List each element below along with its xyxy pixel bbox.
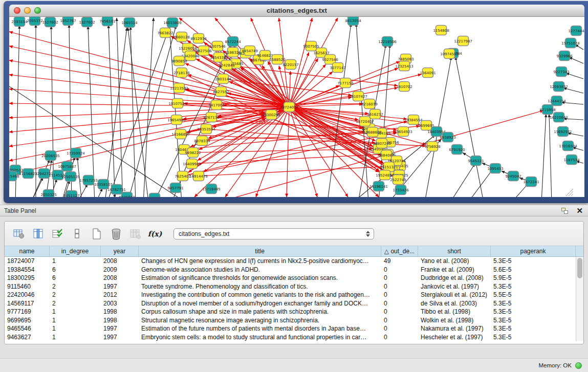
table-row[interactable]: 2242004622012Investigating the contribut… <box>5 291 583 299</box>
network-node[interactable]: 10975887 <box>58 162 76 171</box>
network-node[interactable]: 1095453 <box>487 164 503 173</box>
network-node[interactable]: 20206535 <box>41 151 60 161</box>
network-node[interactable]: 13166857 <box>171 129 190 139</box>
table-row[interactable]: 1938455462009Genome-wide association stu… <box>5 266 583 274</box>
network-node[interactable]: 7456101 <box>99 17 115 26</box>
network-node[interactable]: 1327602 <box>79 17 95 27</box>
network-node[interactable]: 9329966 <box>556 51 573 61</box>
network-node[interactable]: 15196141 <box>369 182 388 191</box>
column-header-short[interactable]: short <box>418 246 491 256</box>
new-document-icon[interactable] <box>90 227 103 240</box>
network-node[interactable]: 8572244 <box>225 37 241 47</box>
close-panel-icon[interactable]: ✕ <box>576 207 583 214</box>
network-node[interactable]: 3077147 <box>330 63 345 73</box>
network-node[interactable]: 16033809 <box>163 18 182 28</box>
network-node[interactable]: 3216079 <box>361 99 377 109</box>
network-node[interactable]: 17359924 <box>67 148 85 158</box>
network-node[interactable]: 8267130 <box>203 113 219 122</box>
network-node[interactable]: 2055372 <box>27 17 42 26</box>
network-node[interactable]: 12218506 <box>378 37 397 47</box>
network-canvas[interactable]: 2393154205537215276021052767132760274561… <box>9 17 584 197</box>
column-header-title[interactable]: title <box>139 246 381 256</box>
network-node[interactable]: 9227343 <box>553 67 569 77</box>
table-row[interactable]: 946362711997Embryonic stem cells: a mode… <box>5 333 583 342</box>
network-node[interactable]: 9498222 <box>185 148 201 158</box>
network-node[interactable]: 1187534 <box>563 155 580 165</box>
network-node[interactable]: 1672241 <box>523 177 539 187</box>
network-node[interactable]: 2393154 <box>11 17 28 27</box>
network-node[interactable]: 7625402 <box>175 171 190 181</box>
network-node[interactable]: 17016504 <box>559 141 577 151</box>
network-node[interactable]: 2050325 <box>40 190 56 198</box>
network-node[interactable]: 9245042 <box>505 171 521 181</box>
network-node[interactable]: 7663822 <box>157 28 173 38</box>
network-node[interactable]: 1307546 <box>209 41 226 51</box>
network-node[interactable]: 8878334 <box>194 136 210 146</box>
row-select-checks-icon[interactable] <box>51 227 64 240</box>
float-panel-icon[interactable] <box>561 208 568 214</box>
table-select-dropdown[interactable]: citations_edges.txt <box>173 228 374 239</box>
network-node[interactable]: 8938923 <box>440 133 455 142</box>
table-row[interactable]: 977716911998Corpus callosum shape and si… <box>5 308 583 316</box>
network-node[interactable]: 1154808 <box>433 26 449 35</box>
column-header-in_degree[interactable]: in_degree <box>50 246 101 256</box>
function-builder-icon[interactable]: f(x) <box>148 227 162 240</box>
network-node[interactable]: 9890858 <box>171 56 187 66</box>
network-node[interactable]: 8427552 <box>213 87 229 97</box>
network-node[interactable]: 15692971 <box>554 127 572 137</box>
network-node[interactable]: 7177156 <box>337 78 354 88</box>
table-row[interactable]: 969969511998Structural magnetic resonanc… <box>5 316 583 325</box>
network-node[interactable]: 2718176 <box>173 68 190 78</box>
table-row[interactable]: 1456911722003Disruption of a novel membe… <box>5 299 583 308</box>
network-node[interactable]: 8454749 <box>242 46 257 56</box>
network-node[interactable]: 2522748 <box>390 175 406 185</box>
table-vertical-scrollbar[interactable] <box>576 257 583 341</box>
network-node[interactable]: 8215958 <box>539 105 555 115</box>
table-row[interactable]: 1830029562008Estimation of significance … <box>5 274 583 282</box>
network-node[interactable]: 1810702 <box>396 82 412 92</box>
svg-text:16409949: 16409949 <box>183 162 201 166</box>
network-node[interactable]: 1069314 <box>121 18 138 28</box>
network-node[interactable]: 9457791 <box>167 183 183 193</box>
trash-icon[interactable] <box>109 227 123 240</box>
rows-icon[interactable] <box>70 227 84 240</box>
network-node[interactable]: 15718485 <box>202 184 221 194</box>
svg-text:16782751: 16782751 <box>107 188 126 192</box>
network-node[interactable]: 12444154 <box>548 96 566 106</box>
network-node[interactable]: 1733426 <box>393 185 409 195</box>
close-window-button[interactable] <box>14 7 20 14</box>
network-node[interactable]: 8813054 <box>345 17 361 26</box>
minimize-window-button[interactable] <box>24 7 31 14</box>
table-row[interactable]: 911546021997Tourette syndrome. Phenomeno… <box>5 282 583 291</box>
column-header-name[interactable]: name <box>5 246 50 256</box>
network-node[interactable]: 9756928 <box>424 142 440 151</box>
network-node[interactable]: 1550501 <box>146 193 162 198</box>
network-node[interactable]: 1277444 <box>568 26 584 36</box>
network-node[interactable]: 8912934 <box>190 34 207 43</box>
network-node[interactable]: 16914479 <box>189 171 208 181</box>
network-node[interactable]: 8220157 <box>282 60 298 70</box>
network-node[interactable]: 9242848 <box>219 60 234 70</box>
network-node[interactable]: 9417004 <box>208 100 225 110</box>
network-node[interactable]: 1527602 <box>42 17 58 27</box>
column-header-pagerank[interactable]: pagerank <box>491 246 576 256</box>
network-node[interactable]: 12217987 <box>454 36 472 46</box>
network-node[interactable]: 15751074 <box>561 38 580 48</box>
network-node[interactable]: 8660128 <box>173 32 189 42</box>
column-header-out_de[interactable]: △ out_de... <box>381 246 418 256</box>
zoom-window-button[interactable] <box>34 7 41 14</box>
window-title: citations_edges.txt <box>9 7 584 14</box>
network-node[interactable]: 12093832 <box>550 82 568 92</box>
network-node[interactable]: 9545121 <box>468 156 484 166</box>
network-node[interactable]: 1364091 <box>420 68 435 78</box>
column-header-year[interactable]: year <box>101 246 139 256</box>
scrollbar-thumb[interactable] <box>577 258 582 278</box>
table-row[interactable]: 1872400712008Changes of HCN gene express… <box>5 257 583 266</box>
network-node[interactable]: 6791920 <box>449 145 465 155</box>
table-column-chooser-icon[interactable] <box>31 227 45 240</box>
table-row[interactable]: 946554611997Estimation of the future num… <box>5 324 583 333</box>
network-node[interactable]: 2803144 <box>215 74 231 84</box>
table-settings-icon[interactable] <box>12 227 26 240</box>
network-node[interactable]: 1052767 <box>60 17 76 26</box>
window-titlebar[interactable]: citations_edges.txt <box>9 5 584 17</box>
